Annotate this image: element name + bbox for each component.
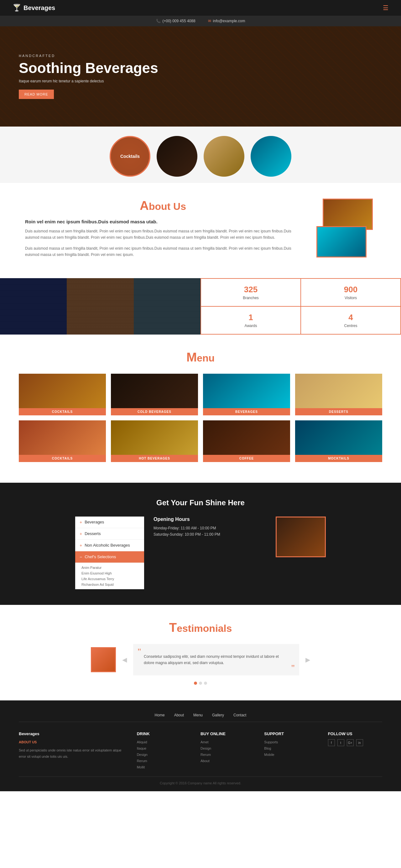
dot-3[interactable]	[204, 682, 207, 685]
stat-awards: 1 Awards	[201, 307, 301, 334]
circle-item-2[interactable]	[157, 136, 197, 177]
stat-visitors-label: Visitors	[345, 296, 357, 300]
menu-list-non-alcoholic[interactable]: + Non Alcoholic Beverages	[75, 540, 144, 551]
linkedin-icon[interactable]: in	[356, 739, 363, 746]
facebook-icon[interactable]: f	[328, 739, 335, 746]
about-title: About Us	[25, 198, 301, 213]
about-para-2: Duis auismod massa ut sem fringilla blan…	[25, 245, 301, 258]
dot-1[interactable]	[194, 682, 197, 685]
quote-open-icon: "	[137, 647, 141, 656]
circles-section: Cocktails	[0, 127, 401, 183]
footer-columns: Beverages ABOUT US Sed ut perspiciatis u…	[19, 732, 382, 770]
footer-drink-link-3[interactable]: Rerum	[137, 758, 191, 764]
footer-copyright: Copyright © 2016 Company name All rights…	[19, 777, 382, 785]
plus-icon-beverages: +	[80, 520, 82, 525]
footer-col-support: SUPPORT Supports Blog Mobile	[264, 732, 318, 770]
opening-hours-title: Opening Hours	[154, 517, 270, 522]
topbar: 📞 (+00) 009 455 4088 ✉ info@example.com	[0, 16, 401, 26]
menu-list-beverages[interactable]: + Beverages	[75, 517, 144, 528]
circle-item-4[interactable]	[251, 136, 291, 177]
testimonial-prev-button[interactable]: ◀	[122, 656, 127, 663]
circle-cocktails[interactable]: Cocktails	[110, 136, 150, 177]
footer-support-link-1[interactable]: Blog	[264, 746, 318, 752]
footer-buy-link-2[interactable]: Rerum	[201, 752, 255, 758]
testimonial-dots	[19, 682, 382, 685]
about-title-rest: bout Us	[149, 201, 186, 212]
about-section: About Us Roin vel enim nec ipsum finibus…	[0, 183, 401, 278]
stat-centres-label: Centres	[344, 323, 357, 328]
nav-logo[interactable]: 🍸 Beverages	[12, 4, 55, 12]
testimonials-title: Testimonials	[19, 621, 382, 634]
stat-centres: 4 Centres	[301, 307, 400, 334]
footer: Home About Menu Gallery Contact Beverage…	[0, 701, 401, 791]
menu-card-hot-beverages[interactable]: HOT BEVERAGES	[111, 421, 198, 462]
stats-img-3	[134, 278, 201, 335]
menu-list-desserts-label: Desserts	[85, 531, 100, 536]
menu-card-coffee[interactable]: COFFEE	[203, 421, 290, 462]
sub-item-1: Enim Eiusmod High	[82, 570, 138, 576]
stat-visitors: 900 Visitors	[301, 279, 400, 306]
menu-card-label-desserts: DESSERTS	[295, 408, 382, 415]
footer-nav-about[interactable]: About	[174, 713, 184, 717]
stats-images	[0, 278, 201, 335]
footer-support-link-0[interactable]: Supports	[264, 739, 318, 746]
menu-section: Menu COCKTAILS COLD BEVERAGES BEVERAGES …	[0, 335, 401, 483]
menu-sub-items: Anim Paratur Enim Eiusmod High Life Accu…	[75, 563, 144, 589]
google-plus-icon[interactable]: G+	[347, 739, 354, 746]
plus-icon-non-alcoholic: +	[80, 543, 82, 548]
footer-buy-link-3[interactable]: About	[201, 758, 255, 764]
menu-card-img-cocktails-2	[19, 421, 106, 455]
hamburger-button[interactable]: ☰	[383, 4, 389, 11]
stat-branches-label: Branches	[243, 296, 259, 300]
footer-buy-title: BUY ONLINE	[201, 732, 255, 736]
menu-card-img-cocktails	[19, 374, 106, 408]
menu-card-cocktails[interactable]: COCKTAILS	[19, 374, 106, 415]
stats-img-2	[67, 278, 133, 335]
footer-nav-home[interactable]: Home	[155, 713, 165, 717]
menu-list-desserts[interactable]: + Desserts	[75, 528, 144, 540]
menu-card-img-beverages	[203, 374, 290, 408]
about-img-1	[323, 198, 373, 230]
footer-about-label: ABOUT US	[19, 739, 127, 746]
footer-drink-link-4[interactable]: Mollit	[137, 764, 191, 771]
about-title-a: A	[140, 198, 149, 212]
menu-list-chefs-label: Chef's Selections	[85, 554, 116, 559]
footer-buy-link-0[interactable]: Amet	[201, 739, 255, 746]
circle-item-3[interactable]	[204, 136, 244, 177]
sub-item-3: Richardson Ad Squid	[82, 582, 138, 587]
menu-title: Menu	[19, 350, 382, 364]
circle-item-2-img	[157, 136, 197, 177]
phone-text: (+00) 009 455 4088	[163, 19, 195, 23]
footer-nav-contact[interactable]: Contact	[234, 713, 246, 717]
testimonial-next-button[interactable]: ▶	[305, 656, 310, 663]
hero-read-more-button[interactable]: READ MORE	[19, 90, 54, 99]
footer-support-link-2[interactable]: Mobile	[264, 752, 318, 758]
stat-branches: 325 Branches	[201, 279, 301, 306]
footer-buy-link-1[interactable]: Design	[201, 746, 255, 752]
menu-card-mocktails[interactable]: MOCKTAILS	[295, 421, 382, 462]
footer-col-drink: DRINK Aliquid Itaque Design Rerum Mollit	[137, 732, 191, 770]
menu-list-non-alcoholic-label: Non Alcoholic Beverages	[85, 543, 130, 548]
hero-handcrafted: HANDCRAFTED	[19, 54, 158, 58]
dot-2[interactable]	[199, 682, 202, 685]
hero-section: HANDCRAFTED Soothing Beverages Itaque ea…	[0, 26, 401, 127]
twitter-icon[interactable]: t	[337, 739, 344, 746]
footer-social-icons: f t G+ in	[328, 739, 382, 746]
stat-centres-number: 4	[348, 313, 353, 322]
menu-card-label-cocktails-2: COCKTAILS	[19, 455, 106, 462]
footer-nav-gallery[interactable]: Gallery	[212, 713, 224, 717]
footer-drink-link-2[interactable]: Design	[137, 752, 191, 758]
menu-card-cold-beverages[interactable]: COLD BEVERAGES	[111, 374, 198, 415]
menu-card-cocktails-2[interactable]: COCKTAILS	[19, 421, 106, 462]
menu-card-desserts[interactable]: DESSERTS	[295, 374, 382, 415]
menu-list-chefs-selections[interactable]: − Chef's Selections	[75, 551, 144, 563]
footer-drink-link-0[interactable]: Aliquid	[137, 739, 191, 746]
footer-drink-title: DRINK	[137, 732, 191, 736]
footer-drink-link-1[interactable]: Itaque	[137, 746, 191, 752]
hero-content: HANDCRAFTED Soothing Beverages Itaque ea…	[19, 54, 158, 99]
plus-icon-desserts: +	[80, 531, 82, 536]
footer-nav-menu[interactable]: Menu	[193, 713, 203, 717]
stat-visitors-number: 900	[344, 285, 358, 294]
menu-card-beverages[interactable]: BEVERAGES	[203, 374, 290, 415]
testimonials-content: ◀ " Consetetur sadipscing elitr, sed dia…	[91, 644, 310, 676]
